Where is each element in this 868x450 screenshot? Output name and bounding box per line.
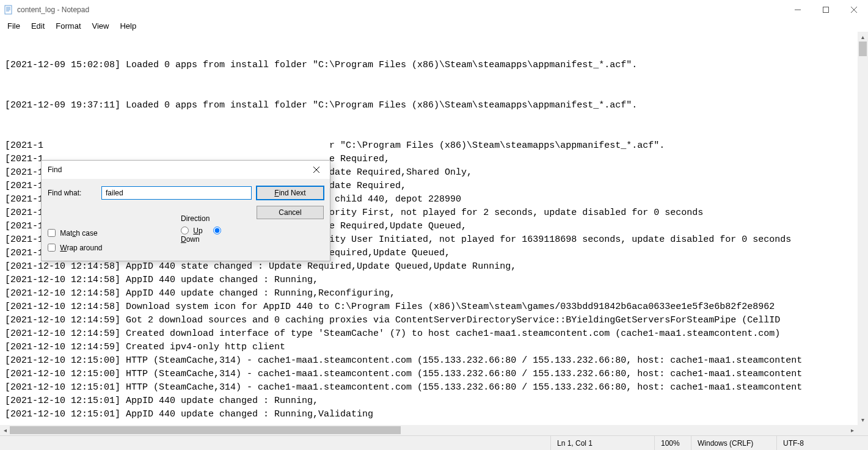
horizontal-scrollbar[interactable]: ◂ ▸: [0, 425, 858, 435]
status-zoom: 100%: [654, 436, 691, 450]
status-line-ending: Windows (CRLF): [691, 436, 776, 450]
notepad-icon: [4, 5, 13, 15]
scroll-down-icon[interactable]: ▾: [858, 415, 868, 425]
find-close-button[interactable]: [303, 161, 330, 179]
scroll-corner: [858, 425, 868, 435]
window-title: content_log - Notepad: [17, 5, 89, 14]
close-button[interactable]: [840, 0, 868, 20]
find-dialog: Find Find what: Find Next Direction Up D…: [41, 160, 330, 261]
vertical-scrollbar[interactable]: ▴ ▾: [858, 32, 868, 425]
status-encoding: UTF-8: [776, 436, 868, 450]
menu-format[interactable]: Format: [51, 21, 86, 31]
find-what-input[interactable]: [101, 186, 252, 200]
find-wrap-around[interactable]: Wrap around: [48, 244, 252, 252]
vertical-scroll-thumb[interactable]: [859, 42, 867, 56]
menu-help[interactable]: Help: [115, 21, 141, 31]
text-area-container: [2021-12-09 15:02:08] Loaded 0 apps from…: [0, 32, 868, 435]
scroll-left-icon[interactable]: ◂: [0, 425, 10, 435]
find-dialog-title: Find: [48, 165, 62, 174]
status-cursor-position: Ln 1, Col 1: [550, 436, 654, 450]
menu-view[interactable]: View: [87, 21, 114, 31]
find-next-button[interactable]: Find Next: [257, 186, 324, 200]
horizontal-scroll-thumb[interactable]: [10, 426, 401, 434]
svg-rect-6: [823, 7, 829, 13]
find-direction-label: Direction: [181, 214, 252, 223]
title-bar: content_log - Notepad: [0, 0, 868, 20]
find-what-label: Find what:: [48, 189, 97, 197]
maximize-button[interactable]: [812, 0, 840, 20]
menu-file[interactable]: File: [2, 21, 25, 31]
window-controls: [784, 0, 868, 20]
minimize-button[interactable]: [784, 0, 812, 20]
status-bar: Ln 1, Col 1 100% Windows (CRLF) UTF-8: [0, 435, 868, 450]
find-match-case[interactable]: Match case: [48, 229, 252, 238]
scroll-right-icon[interactable]: ▸: [847, 425, 858, 435]
scroll-up-icon[interactable]: ▴: [858, 32, 868, 42]
find-cancel-button[interactable]: Cancel: [257, 206, 324, 219]
find-dialog-title-bar[interactable]: Find: [42, 161, 330, 179]
menu-bar: File Edit Format View Help: [0, 20, 868, 32]
menu-edit[interactable]: Edit: [26, 21, 49, 31]
